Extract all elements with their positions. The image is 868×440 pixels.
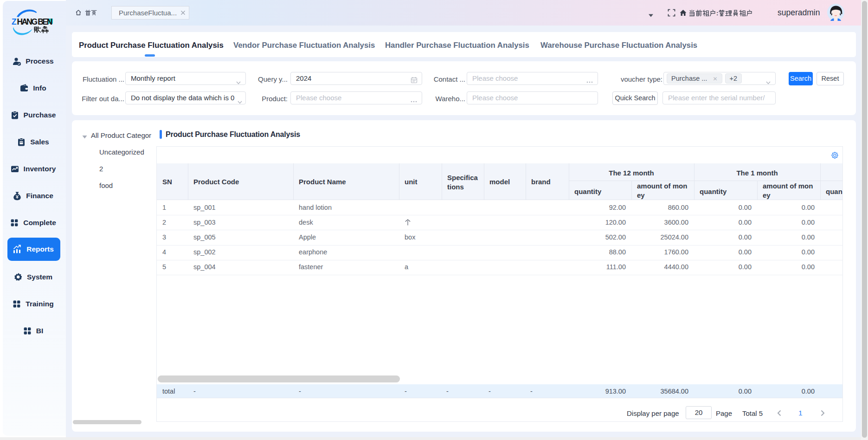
svg-text:HANG BEN: HANG BEN xyxy=(17,17,53,26)
svg-text:Z: Z xyxy=(12,17,17,26)
